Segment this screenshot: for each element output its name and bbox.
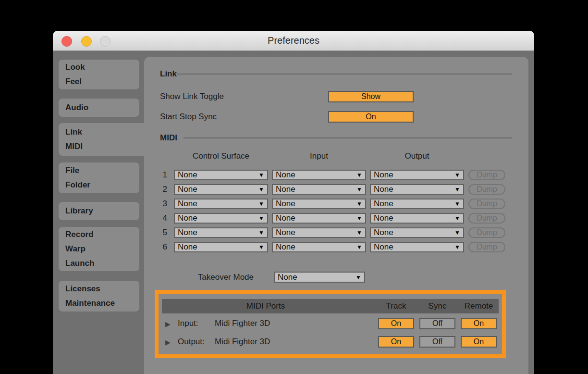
select-value: None [374,213,393,223]
column-header-output: Output [370,151,464,161]
select-value: None [374,242,393,252]
control-surface-select-4[interactable]: None▼ [174,213,268,224]
select-value: None [276,213,295,223]
select-value: None [178,242,197,252]
select-value: None [374,199,393,209]
show-link-toggle-label: Show Link Toggle [160,91,224,102]
dropdown-arrow-icon: ▼ [258,187,264,192]
dump-button-2[interactable]: Dump [468,184,505,195]
select-value: None [276,199,295,209]
show-link-toggle-button[interactable]: Show [328,91,414,102]
input-select-5[interactable]: None▼ [272,227,366,238]
control-surface-select-5[interactable]: None▼ [174,227,268,238]
sidebar-tab-library[interactable]: Library [59,202,139,220]
sidebar-tab-record-warp-launch[interactable]: Record Warp Launch [59,227,139,271]
link-section-title: Link [160,69,177,79]
dropdown-arrow-icon: ▼ [454,172,460,178]
tab-label: Link [65,125,146,139]
control-surface-select-2[interactable]: None▼ [174,184,268,195]
dump-button-3[interactable]: Dump [468,199,505,209]
start-stop-sync-button[interactable]: On [328,111,414,123]
dropdown-arrow-icon: ▼ [258,244,264,250]
midi-ports-column-sync: Sync [419,299,455,313]
dropdown-arrow-icon: ▼ [258,172,264,178]
output-select-2[interactable]: None▼ [370,184,464,195]
takeover-mode-select[interactable]: None▼ [274,272,365,283]
select-value: None [276,228,295,237]
input-select-6[interactable]: None▼ [272,242,366,252]
dump-button-4[interactable]: Dump [468,213,505,224]
midi-ports-header-title: MIDI Ports [162,299,369,313]
tab-label: Licenses [65,282,139,296]
disclosure-triangle-icon[interactable]: ▶ [165,337,171,348]
disclosure-triangle-icon[interactable]: ▶ [165,318,171,330]
control-surface-select-6[interactable]: None▼ [174,242,268,252]
output-select-4[interactable]: None▼ [370,213,464,224]
select-value: None [374,185,393,194]
row-number: 5 [153,227,167,238]
output-track-toggle[interactable]: On [378,336,414,348]
input-remote-toggle[interactable]: On [461,318,497,329]
sidebar-tab-licenses-maintenance[interactable]: Licenses Maintenance [59,281,139,312]
tab-label: Folder [65,178,139,192]
dump-button-5[interactable]: Dump [468,227,505,238]
input-select-4[interactable]: None▼ [272,213,366,224]
output-sync-toggle[interactable]: Off [419,336,455,348]
dropdown-arrow-icon: ▼ [258,215,264,221]
select-value: None [276,242,295,252]
output-select-3[interactable]: None▼ [370,199,464,209]
select-value: None [276,185,295,194]
select-value: None [178,228,197,237]
select-value: None [178,170,197,180]
row-number: 2 [153,184,167,195]
dropdown-arrow-icon: ▼ [356,215,362,221]
tab-label: Audio [65,100,139,115]
dump-button-1[interactable]: Dump [468,170,505,180]
control-surface-select-1[interactable]: None▼ [174,170,268,180]
output-select-5[interactable]: None▼ [370,227,464,238]
row-number: 3 [153,199,167,209]
sidebar-tab-link-midi[interactable]: Link MIDI [59,123,146,156]
control-surface-select-3[interactable]: None▼ [174,199,268,209]
dropdown-arrow-icon: ▼ [454,244,460,250]
port-direction-label: Input: [178,318,198,329]
start-stop-sync-label: Start Stop Sync [160,111,217,123]
sidebar-tab-look-feel[interactable]: Look Feel [59,60,139,89]
dump-button-6[interactable]: Dump [468,242,505,252]
midi-ports-highlight-box: MIDI Ports Track Sync Remote ▶ Input: Mi… [155,290,506,358]
midi-port-output-row: ▶ Output: Midi Fighter 3D On Off On [159,336,502,348]
dropdown-arrow-icon: ▼ [356,187,362,192]
port-device-name: Midi Fighter 3D [215,336,270,348]
takeover-mode-label: Takeover Mode [144,272,254,283]
select-value: None [374,170,393,180]
input-select-1[interactable]: None▼ [272,170,366,180]
input-sync-toggle[interactable]: Off [419,318,455,329]
link-midi-settings-panel: Link Show Link Toggle Show Start Stop Sy… [144,57,528,374]
output-select-1[interactable]: None▼ [370,170,464,180]
select-value: None [374,228,393,237]
input-select-3[interactable]: None▼ [272,199,366,209]
dropdown-arrow-icon: ▼ [454,215,460,221]
tab-label: Record [65,227,139,242]
input-track-toggle[interactable]: On [378,318,414,329]
sidebar-tab-audio[interactable]: Audio [59,99,139,117]
midi-section-divider [184,137,512,138]
select-value: None [178,199,197,209]
input-select-2[interactable]: None▼ [272,184,366,195]
row-number: 6 [153,242,167,252]
dropdown-arrow-icon: ▼ [454,187,460,192]
close-window-icon[interactable] [61,36,72,47]
dropdown-arrow-icon: ▼ [454,230,460,236]
output-select-6[interactable]: None▼ [370,242,464,252]
select-value: None [278,273,297,282]
midi-ports-column-track: Track [378,299,414,313]
minimize-window-icon[interactable] [81,36,92,47]
port-device-name: Midi Fighter 3D [215,318,270,329]
sidebar-tab-file-folder[interactable]: File Folder [59,162,139,193]
output-remote-toggle[interactable]: On [461,336,497,348]
column-header-control-surface: Control Surface [174,151,268,161]
link-section-divider [177,74,512,75]
titlebar[interactable]: Preferences [53,31,534,51]
tab-label: Warp [65,242,139,256]
port-direction-label: Output: [178,336,205,348]
